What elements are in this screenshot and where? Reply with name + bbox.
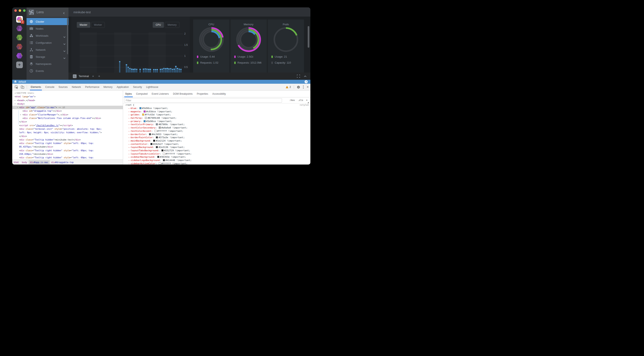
dom-tree-row[interactable]: ▸<div class="ClusterManager">…</div> <box>12 113 123 116</box>
color-swatch-icon[interactable] <box>159 163 161 165</box>
css-property-row[interactable]: --layoutTabsBackground: #252729 !importa… <box>123 149 310 152</box>
css-property-row[interactable]: --halfGray: #87909c80 !important; <box>123 116 310 120</box>
cluster-rail-item-cluster-red[interactable] <box>16 43 23 50</box>
styles-tab-properties[interactable]: Properties <box>194 91 210 97</box>
cluster-rail-item-active-cluster[interactable]: 3 <box>16 16 23 22</box>
devtools-close-button[interactable]: × <box>307 85 309 89</box>
close-window-button[interactable] <box>14 9 17 12</box>
devtools-tab-performance[interactable]: Performance <box>83 84 102 90</box>
sidebar-collapse-button[interactable] <box>64 11 66 13</box>
styles-tab-styles[interactable]: Styles <box>123 91 134 97</box>
sidebar-item-nodes[interactable]: Nodes <box>26 25 68 32</box>
styles-filter-input[interactable] <box>124 98 282 103</box>
css-property-row[interactable]: --textColorPrimary: #87909c !important; <box>123 123 310 126</box>
collapse-arrow-icon[interactable]: ▾ <box>14 102 16 106</box>
color-swatch-icon[interactable] <box>154 130 157 132</box>
sidebar-item-events[interactable]: Events <box>26 67 68 74</box>
sidebar-item-cluster[interactable]: Cluster <box>26 18 68 25</box>
color-swatch-icon[interactable] <box>150 143 152 145</box>
color-swatch-icon[interactable] <box>142 114 144 116</box>
settings-gear-icon[interactable] <box>297 86 300 89</box>
terminal-tab[interactable]: Terminal <box>79 75 89 78</box>
help-button[interactable]: ? <box>304 80 308 83</box>
dom-tree-row[interactable]: </div> <box>12 135 123 138</box>
dom-tree-row[interactable]: <!DOCTYPE html> <box>12 91 123 95</box>
chevron-up-icon[interactable] <box>304 75 307 77</box>
node-filter-master-button[interactable]: Master <box>77 22 90 28</box>
css-property-row[interactable]: --golden: #ffc63d !important; <box>123 113 310 116</box>
dom-tree-row[interactable]: <div class="Tooltip right hidden" style=… <box>12 149 123 152</box>
dom-tree-row[interactable]: <div class="terminal-init" style="positi… <box>12 127 123 131</box>
device-toolbar-icon[interactable] <box>21 85 24 89</box>
dom-tree-row[interactable]: <div class="Tooltip hidden">minikube-tes… <box>12 138 123 142</box>
terminal-close-button[interactable]: × <box>92 74 94 78</box>
more-options-kebab-icon[interactable] <box>303 85 304 89</box>
dom-tree-row[interactable]: <div class="Tooltip right hidden" style=… <box>12 142 123 145</box>
sidebar-item-workloads[interactable]: Workloads <box>26 32 68 39</box>
dom-tree-row[interactable]: 150.438px;">minikube</div> <box>12 152 123 156</box>
pseudo-state-button[interactable]: + <box>306 99 308 102</box>
color-swatch-icon[interactable] <box>156 146 158 148</box>
css-selector[interactable]: :root { <box>125 103 134 107</box>
sidebar-item-namespaces[interactable]: Namespaces <box>26 60 68 67</box>
fullscreen-icon[interactable] <box>297 75 300 78</box>
color-swatch-icon[interactable] <box>156 136 158 138</box>
zoom-window-button[interactable] <box>23 9 26 12</box>
dom-tree-row[interactable]: <html lang="en"> <box>12 95 123 98</box>
color-swatch-icon[interactable] <box>144 120 146 122</box>
color-swatch-icon[interactable] <box>145 117 147 119</box>
color-swatch-icon[interactable] <box>153 140 155 142</box>
metric-tab-cpu-button[interactable]: CPU <box>153 22 164 28</box>
dom-tree-row[interactable]: ▸<head>…</head> <box>12 99 123 102</box>
breadcrumb-item[interactable]: body <box>20 160 28 164</box>
expand-arrow-icon[interactable]: ▸ <box>20 113 21 116</box>
sidebar-scrollbar[interactable] <box>67 18 68 54</box>
color-swatch-icon[interactable] <box>163 153 165 155</box>
sidebar-item-network[interactable]: Network <box>26 46 68 53</box>
color-swatch-icon[interactable] <box>149 133 151 135</box>
add-cluster-button[interactable]: + <box>16 62 23 68</box>
css-property-row[interactable]: --magenta: #c93dce !important; <box>123 110 310 113</box>
warnings-indicator[interactable]: 2 <box>286 86 291 88</box>
dom-tree-row[interactable]: <script src="/build/LensDev.js"></script… <box>12 124 123 127</box>
styles-tab-event-listeners[interactable]: Event Listeners <box>150 91 171 97</box>
breadcrumb-item[interactable]: div#app.is-mac <box>29 160 50 164</box>
node-filter-worker-button[interactable]: Worker <box>91 22 105 28</box>
inspect-element-icon[interactable] <box>15 85 18 89</box>
sidebar-item-configuration[interactable]: Configuration <box>26 39 68 46</box>
breadcrumb-item[interactable]: div#draggable-top <box>50 160 75 164</box>
cluster-rail-item-cluster-violet[interactable] <box>16 52 23 59</box>
devtools-tab-lighthouse[interactable]: Lighthouse <box>144 84 160 90</box>
css-property-row[interactable]: --sidebarActiveColor: #ffffff !important… <box>123 162 310 165</box>
content-scrollbar[interactable] <box>308 26 309 48</box>
namespace-bar[interactable]: default ? <box>12 80 310 84</box>
css-property-row[interactable]: --borderFaintColor: #373a3e !important; <box>123 136 310 139</box>
expand-arrow-icon[interactable]: ▸ <box>14 99 16 102</box>
color-swatch-icon[interactable] <box>140 107 142 109</box>
devtools-tab-memory[interactable]: Memory <box>102 84 114 90</box>
dom-tree-row[interactable]: <div id="draggable-top"></div> <box>12 109 123 113</box>
color-swatch-icon[interactable] <box>159 127 161 129</box>
dom-tree-row[interactable]: <div class="Tooltip right hidden" style=… <box>12 156 123 159</box>
styles-tab-dom-breakpoints[interactable]: DOM Breakpoints <box>171 91 195 97</box>
breadcrumb-item[interactable]: html <box>12 160 20 164</box>
color-swatch-icon[interactable] <box>157 156 159 158</box>
styles-tab-accessibility[interactable]: Accessibility <box>210 91 228 97</box>
dom-tree-row[interactable]: </div> <box>12 120 123 124</box>
devtools-tab-elements[interactable]: Elements <box>29 84 43 90</box>
minimize-window-button[interactable] <box>19 9 21 12</box>
style-source-link[interactable]: <style> <box>300 103 310 107</box>
collapse-arrow-icon[interactable]: ▾ <box>17 106 18 109</box>
color-swatch-icon[interactable] <box>162 149 164 152</box>
cluster-rail-item-cluster-green[interactable] <box>16 34 23 41</box>
cluster-rail-item-cluster-purple[interactable] <box>16 25 23 32</box>
dom-tree-row[interactable]: 95.4375px;">minikube</div> <box>12 145 123 149</box>
sidebar-item-storage[interactable]: Storage <box>26 53 68 60</box>
terminal-add-button[interactable]: + <box>98 74 100 78</box>
css-property-row[interactable]: --layoutTabsActiveColor: #ffffff !import… <box>123 152 310 156</box>
dom-tree-row[interactable]: <div class="Notifications flex column al… <box>12 116 123 120</box>
dom-tree-row[interactable]: ▾<body> <box>12 102 123 106</box>
color-swatch-icon[interactable] <box>163 159 165 161</box>
css-property-row[interactable]: --textColorSecondary: #a0a0a0 !important… <box>123 126 310 130</box>
css-property-row[interactable]: --sidebarBackground: #36393e !important; <box>123 156 310 159</box>
